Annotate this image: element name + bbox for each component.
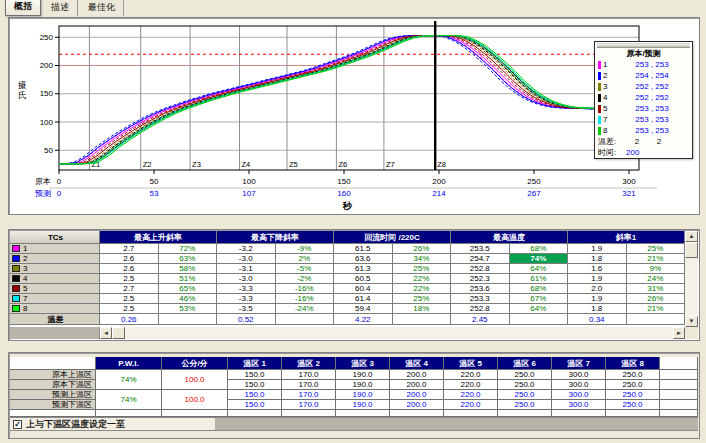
zone-temp-cell[interactable]: 250.0 [498,370,552,380]
zone-trailing-cell [660,370,698,380]
profile-percent-cell: 58% [159,264,218,273]
profile-value-cell: 2.7 [100,284,159,293]
profile-hscrollbar[interactable]: ◄ ► [10,327,685,339]
legend-color-chip-tc7 [598,116,601,124]
legend-time-value: 200 [626,147,639,158]
x-row-predicted-label: 预测 [35,189,51,198]
zone-temp-cell[interactable]: 150.0 [228,370,282,380]
profile-value-cell: 2.7 [100,244,159,253]
tab-bar: 概括 描述 最佳化 [5,1,124,16]
profile-value-cell: 252.8 [451,264,510,273]
zone-temp-cell[interactable]: 220.0 [444,390,498,400]
zone-temp-cell[interactable]: 300.0 [552,400,606,410]
zone-temp-cell[interactable]: 190.0 [336,370,390,380]
tab-optimize[interactable]: 最佳化 [80,0,124,16]
profile-value-cell: 59.4 [334,304,393,313]
zone-temp-cell[interactable]: 250.0 [498,390,552,400]
profile-row-label: 5 [10,284,100,293]
zone-header-3: 温区 3 [336,357,390,370]
profile-percent-cell: 24% [627,274,686,283]
vscroll-thumb[interactable] [685,242,698,258]
zone-temp-cell[interactable]: 250.0 [498,380,552,390]
scroll-left-button[interactable]: ◄ [100,327,112,339]
profile-value-cell: 61.5 [334,244,393,253]
zone-temp-cell[interactable]: 190.0 [336,390,390,400]
scroll-right-button[interactable]: ► [673,327,685,339]
zone-temp-cell[interactable]: 300.0 [552,390,606,400]
zone-label: Z4 [242,160,251,169]
zone-temp-cell[interactable]: 150.0 [228,390,282,400]
zone-temp-cell[interactable]: 300.0 [552,370,606,380]
legend-row: 3252 , 252 [595,81,692,92]
link-zones-checkbox[interactable]: ✓ [13,420,22,429]
zone-settings-panel: P.W.I.公分/分温区 1温区 2温区 3温区 4温区 5温区 6温区 7温区… [8,352,700,439]
profile-delta-empty [627,314,686,324]
profile-percent-cell: 53% [159,304,218,313]
profile-row-tc8: 82.553%-3.5-24%59.418%252.864%1.821% [10,304,685,314]
zone-temp-cell[interactable]: 170.0 [282,390,336,400]
vscroll-track[interactable] [685,258,698,316]
zone-temp-cell[interactable]: 250.0 [498,400,552,410]
profile-percent-cell: -16% [276,294,335,303]
profile-percent-cell: 22% [393,284,452,293]
zone-temp-cell[interactable]: 250.0 [606,390,660,400]
zone-spacer-cell [498,410,552,417]
zone-label: Z7 [386,160,395,169]
legend-tc-number: 4 [603,92,615,103]
hscroll-thumb[interactable] [112,327,125,339]
profile-percent-cell: 74% [510,254,569,263]
tab-summary[interactable]: 概括 [5,0,41,16]
x-tick-predicted: 321 [622,189,636,198]
zone-label: Z8 [437,160,446,169]
scroll-down-button[interactable]: ▼ [685,316,698,327]
profile-header-col: 回流时间 /220C [334,231,451,243]
zone-temp-cell[interactable]: 250.0 [606,400,660,410]
tc-color-chip [12,305,20,312]
x-tick-predicted: 214 [432,189,446,198]
pwi-original-value: 74% [96,370,162,390]
zone-spacer-cell [606,410,660,417]
profile-percent-cell: 63% [159,254,218,263]
zone-temp-cell[interactable]: 200.0 [390,370,444,380]
zone-temp-cell[interactable]: 200.0 [390,380,444,390]
legend-tc-number: 5 [603,103,615,114]
profile-value-cell: 2.0 [568,284,627,293]
zone-temp-cell[interactable]: 190.0 [336,400,390,410]
legend-color-chip-tc8 [598,127,601,135]
zone-label: Z5 [289,160,298,169]
zone-temp-cell[interactable]: 250.0 [606,370,660,380]
zone-temp-cell[interactable]: 170.0 [282,400,336,410]
scroll-up-button[interactable]: ▲ [685,231,698,242]
zone-temp-cell[interactable]: 150.0 [228,400,282,410]
profile-percent-cell: 22% [393,274,452,283]
profile-percent-cell: -5% [276,264,335,273]
zone-header-cm: 公分/分 [162,357,228,370]
legend-tc-number: 7 [603,114,615,125]
tab-description[interactable]: 描述 [43,0,78,16]
zone-temp-cell[interactable]: 220.0 [444,400,498,410]
profile-row-tc5: 52.765%-3.3-16%60.422%253.668%2.031% [10,284,685,294]
profile-value-cell: 252.8 [451,304,510,313]
zone-temp-cell[interactable]: 220.0 [444,380,498,390]
zone-temp-cell[interactable]: 300.0 [552,380,606,390]
zone-temp-cell[interactable]: 170.0 [282,370,336,380]
profile-vscrollbar[interactable]: ▲ ▼ [685,231,698,327]
profile-row-tc4: 42.551%-3.0-2%60.522%252.361%1.924% [10,274,685,284]
profile-value-cell: -3.0 [217,254,276,263]
zone-temp-cell[interactable]: 250.0 [606,380,660,390]
zone-temp-cell[interactable]: 170.0 [282,380,336,390]
zone-spacer-cell [10,410,96,417]
y-tick-label: 50 [44,146,53,155]
zone-temp-cell[interactable]: 200.0 [390,400,444,410]
profile-percent-cell: 25% [393,264,452,273]
hscroll-track[interactable] [125,327,673,339]
zone-spacer-cell [162,410,228,417]
x-tick-predicted: 0 [57,189,62,198]
profile-header-col: 最高上升斜率 [100,231,217,243]
profile-value-cell: 252.3 [451,274,510,283]
zone-spacer-cell [96,410,162,417]
zone-temp-cell[interactable]: 190.0 [336,380,390,390]
zone-temp-cell[interactable]: 150.0 [228,380,282,390]
zone-temp-cell[interactable]: 200.0 [390,390,444,400]
zone-temp-cell[interactable]: 220.0 [444,370,498,380]
